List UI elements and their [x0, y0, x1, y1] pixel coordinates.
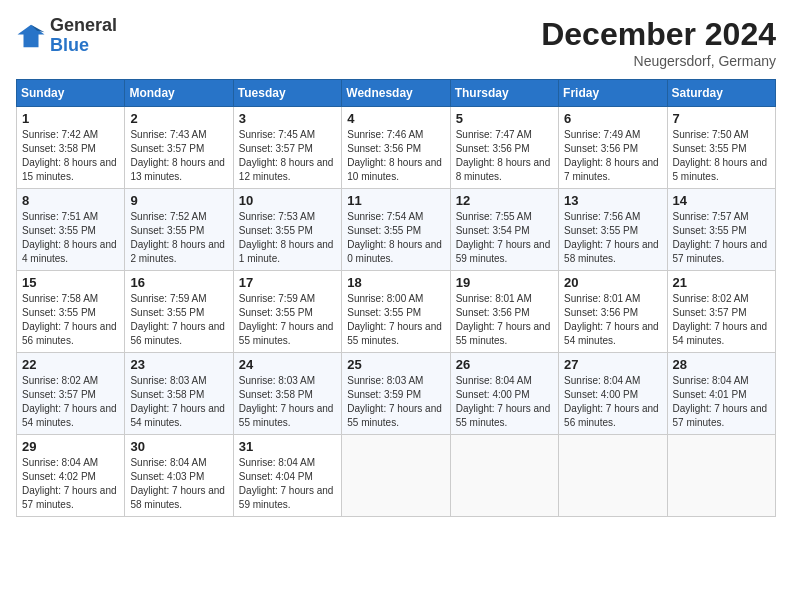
calendar-cell: 2Sunrise: 7:43 AMSunset: 3:57 PMDaylight… [125, 107, 233, 189]
calendar-cell: 21Sunrise: 8:02 AMSunset: 3:57 PMDayligh… [667, 271, 775, 353]
day-number: 21 [673, 275, 770, 290]
calendar-cell: 24Sunrise: 8:03 AMSunset: 3:58 PMDayligh… [233, 353, 341, 435]
calendar-cell [559, 435, 667, 517]
weekday-header: Wednesday [342, 80, 450, 107]
calendar-cell [342, 435, 450, 517]
day-info: Sunrise: 8:04 AMSunset: 4:02 PMDaylight:… [22, 456, 119, 512]
calendar-cell: 6Sunrise: 7:49 AMSunset: 3:56 PMDaylight… [559, 107, 667, 189]
day-info: Sunrise: 8:00 AMSunset: 3:55 PMDaylight:… [347, 292, 444, 348]
day-info: Sunrise: 7:53 AMSunset: 3:55 PMDaylight:… [239, 210, 336, 266]
day-info: Sunrise: 7:56 AMSunset: 3:55 PMDaylight:… [564, 210, 661, 266]
calendar-cell: 12Sunrise: 7:55 AMSunset: 3:54 PMDayligh… [450, 189, 558, 271]
day-number: 15 [22, 275, 119, 290]
day-info: Sunrise: 8:03 AMSunset: 3:58 PMDaylight:… [130, 374, 227, 430]
day-info: Sunrise: 8:02 AMSunset: 3:57 PMDaylight:… [673, 292, 770, 348]
day-number: 27 [564, 357, 661, 372]
day-number: 12 [456, 193, 553, 208]
day-number: 2 [130, 111, 227, 126]
day-number: 31 [239, 439, 336, 454]
title-area: December 2024 Neugersdorf, Germany [541, 16, 776, 69]
calendar-week-row: 1Sunrise: 7:42 AMSunset: 3:58 PMDaylight… [17, 107, 776, 189]
calendar-cell: 7Sunrise: 7:50 AMSunset: 3:55 PMDaylight… [667, 107, 775, 189]
day-number: 8 [22, 193, 119, 208]
day-number: 3 [239, 111, 336, 126]
calendar-cell: 16Sunrise: 7:59 AMSunset: 3:55 PMDayligh… [125, 271, 233, 353]
calendar-cell: 25Sunrise: 8:03 AMSunset: 3:59 PMDayligh… [342, 353, 450, 435]
day-info: Sunrise: 8:04 AMSunset: 4:01 PMDaylight:… [673, 374, 770, 430]
day-info: Sunrise: 7:54 AMSunset: 3:55 PMDaylight:… [347, 210, 444, 266]
calendar-week-row: 29Sunrise: 8:04 AMSunset: 4:02 PMDayligh… [17, 435, 776, 517]
day-info: Sunrise: 7:47 AMSunset: 3:56 PMDaylight:… [456, 128, 553, 184]
calendar-cell: 23Sunrise: 8:03 AMSunset: 3:58 PMDayligh… [125, 353, 233, 435]
day-number: 5 [456, 111, 553, 126]
day-number: 18 [347, 275, 444, 290]
weekday-header: Sunday [17, 80, 125, 107]
day-info: Sunrise: 8:01 AMSunset: 3:56 PMDaylight:… [456, 292, 553, 348]
day-info: Sunrise: 8:03 AMSunset: 3:59 PMDaylight:… [347, 374, 444, 430]
svg-marker-0 [18, 25, 45, 48]
day-number: 10 [239, 193, 336, 208]
calendar-cell: 18Sunrise: 8:00 AMSunset: 3:55 PMDayligh… [342, 271, 450, 353]
calendar-cell: 4Sunrise: 7:46 AMSunset: 3:56 PMDaylight… [342, 107, 450, 189]
day-info: Sunrise: 7:42 AMSunset: 3:58 PMDaylight:… [22, 128, 119, 184]
day-number: 11 [347, 193, 444, 208]
calendar-cell: 14Sunrise: 7:57 AMSunset: 3:55 PMDayligh… [667, 189, 775, 271]
day-number: 14 [673, 193, 770, 208]
calendar-cell: 15Sunrise: 7:58 AMSunset: 3:55 PMDayligh… [17, 271, 125, 353]
day-number: 25 [347, 357, 444, 372]
calendar-cell: 31Sunrise: 8:04 AMSunset: 4:04 PMDayligh… [233, 435, 341, 517]
calendar-cell: 10Sunrise: 7:53 AMSunset: 3:55 PMDayligh… [233, 189, 341, 271]
day-number: 26 [456, 357, 553, 372]
day-number: 30 [130, 439, 227, 454]
calendar-cell: 28Sunrise: 8:04 AMSunset: 4:01 PMDayligh… [667, 353, 775, 435]
day-number: 16 [130, 275, 227, 290]
day-info: Sunrise: 7:59 AMSunset: 3:55 PMDaylight:… [239, 292, 336, 348]
day-info: Sunrise: 7:52 AMSunset: 3:55 PMDaylight:… [130, 210, 227, 266]
calendar-cell: 30Sunrise: 8:04 AMSunset: 4:03 PMDayligh… [125, 435, 233, 517]
calendar-week-row: 15Sunrise: 7:58 AMSunset: 3:55 PMDayligh… [17, 271, 776, 353]
calendar-cell: 8Sunrise: 7:51 AMSunset: 3:55 PMDaylight… [17, 189, 125, 271]
weekday-header: Thursday [450, 80, 558, 107]
calendar-cell: 17Sunrise: 7:59 AMSunset: 3:55 PMDayligh… [233, 271, 341, 353]
day-info: Sunrise: 8:04 AMSunset: 4:03 PMDaylight:… [130, 456, 227, 512]
calendar-week-row: 8Sunrise: 7:51 AMSunset: 3:55 PMDaylight… [17, 189, 776, 271]
calendar-cell: 22Sunrise: 8:02 AMSunset: 3:57 PMDayligh… [17, 353, 125, 435]
day-info: Sunrise: 7:51 AMSunset: 3:55 PMDaylight:… [22, 210, 119, 266]
day-info: Sunrise: 8:04 AMSunset: 4:00 PMDaylight:… [564, 374, 661, 430]
calendar-cell: 26Sunrise: 8:04 AMSunset: 4:00 PMDayligh… [450, 353, 558, 435]
weekday-header: Friday [559, 80, 667, 107]
day-number: 1 [22, 111, 119, 126]
weekday-header: Saturday [667, 80, 775, 107]
day-number: 13 [564, 193, 661, 208]
logo-text: General Blue [50, 16, 117, 56]
calendar-cell [667, 435, 775, 517]
weekday-header-row: SundayMondayTuesdayWednesdayThursdayFrid… [17, 80, 776, 107]
logo: General Blue [16, 16, 117, 56]
calendar-cell [450, 435, 558, 517]
day-info: Sunrise: 8:04 AMSunset: 4:00 PMDaylight:… [456, 374, 553, 430]
day-number: 19 [456, 275, 553, 290]
calendar-cell: 5Sunrise: 7:47 AMSunset: 3:56 PMDaylight… [450, 107, 558, 189]
day-info: Sunrise: 7:59 AMSunset: 3:55 PMDaylight:… [130, 292, 227, 348]
day-number: 9 [130, 193, 227, 208]
day-number: 17 [239, 275, 336, 290]
calendar-cell: 11Sunrise: 7:54 AMSunset: 3:55 PMDayligh… [342, 189, 450, 271]
day-number: 24 [239, 357, 336, 372]
day-info: Sunrise: 7:49 AMSunset: 3:56 PMDaylight:… [564, 128, 661, 184]
calendar-cell: 29Sunrise: 8:04 AMSunset: 4:02 PMDayligh… [17, 435, 125, 517]
page-header: General Blue December 2024 Neugersdorf, … [16, 16, 776, 69]
day-info: Sunrise: 8:02 AMSunset: 3:57 PMDaylight:… [22, 374, 119, 430]
day-info: Sunrise: 7:46 AMSunset: 3:56 PMDaylight:… [347, 128, 444, 184]
day-info: Sunrise: 8:01 AMSunset: 3:56 PMDaylight:… [564, 292, 661, 348]
location: Neugersdorf, Germany [541, 53, 776, 69]
calendar-cell: 3Sunrise: 7:45 AMSunset: 3:57 PMDaylight… [233, 107, 341, 189]
day-number: 23 [130, 357, 227, 372]
day-number: 28 [673, 357, 770, 372]
day-number: 22 [22, 357, 119, 372]
month-title: December 2024 [541, 16, 776, 53]
day-info: Sunrise: 7:55 AMSunset: 3:54 PMDaylight:… [456, 210, 553, 266]
day-info: Sunrise: 7:43 AMSunset: 3:57 PMDaylight:… [130, 128, 227, 184]
calendar-cell: 1Sunrise: 7:42 AMSunset: 3:58 PMDaylight… [17, 107, 125, 189]
calendar-cell: 9Sunrise: 7:52 AMSunset: 3:55 PMDaylight… [125, 189, 233, 271]
day-number: 7 [673, 111, 770, 126]
